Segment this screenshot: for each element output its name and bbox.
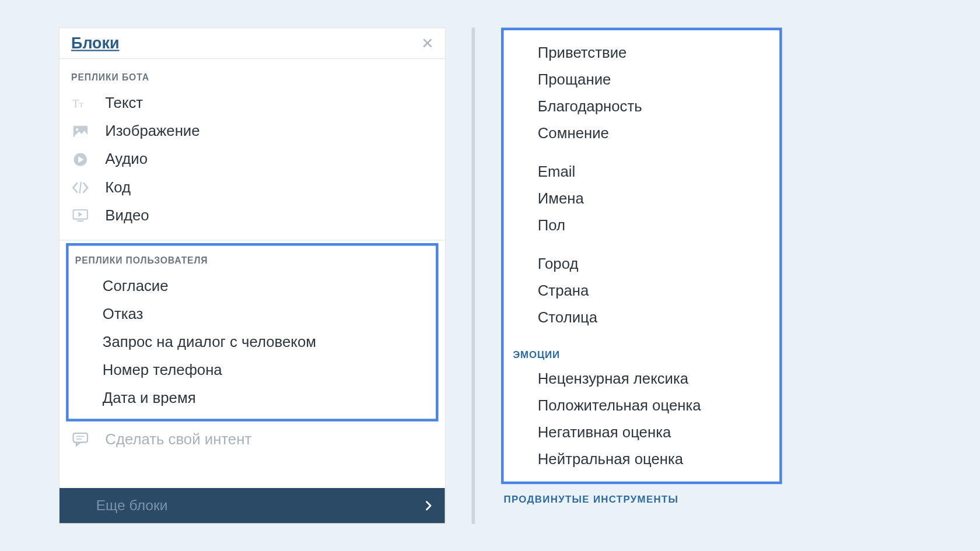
chevron-right-icon [425,500,432,511]
intent-group-personal: Email Имена Пол [513,158,770,238]
chat-plus-icon [71,431,89,447]
section-bot-replies: РЕПЛИКИ БОТА [60,59,445,89]
bot-item-label: Изображение [105,122,200,139]
intents-highlight: Приветствие Прощание Благодарность Сомне… [501,27,782,484]
image-icon [71,123,89,139]
bot-item-text[interactable]: TT Текст [66,89,438,117]
intent-neutral[interactable]: Нейтральная оценка [513,445,770,472]
intent-names[interactable]: Имена [513,185,770,212]
user-replies-list: Согласие Отказ Запрос на диалог с челове… [69,272,436,412]
text-icon: TT [71,95,89,111]
user-item-label: Согласие [103,277,169,294]
intent-email[interactable]: Email [513,158,770,185]
user-item-label: Номер телефона [103,361,222,378]
right-panel: Приветствие Прощание Благодарность Сомне… [501,27,782,524]
video-icon [71,207,89,223]
intent-group-geo: Город Страна Столица [513,250,770,331]
intent-gender[interactable]: Пол [513,212,770,238]
intent-positive[interactable]: Положительная оценка [513,392,770,419]
svg-rect-7 [73,433,88,442]
intent-negative[interactable]: Негативная оценка [513,419,770,445]
panel-title[interactable]: Блоки [71,34,119,52]
user-item-agree[interactable]: Согласие [71,272,433,300]
vertical-separator [472,27,475,524]
user-item-label: Запрос на диалог с человеком [103,333,316,350]
close-icon[interactable]: × [422,33,433,53]
intent-group-greetings: Приветствие Прощание Благодарность Сомне… [513,39,770,146]
user-item-phone[interactable]: Номер телефона [71,356,433,384]
bot-replies-list: TT Текст Изображение Аудио [60,89,445,240]
user-item-label: Дата и время [103,389,196,406]
audio-icon [71,151,89,167]
svg-rect-6 [77,220,83,221]
bot-item-code[interactable]: Код [66,173,438,201]
bot-item-label: Код [105,178,131,196]
more-blocks-label: Еще блоки [96,497,168,514]
user-item-human-dialog[interactable]: Запрос на диалог с человеком [71,328,433,356]
code-icon [71,179,89,195]
user-item-datetime[interactable]: Дата и время [71,384,433,412]
divider [60,240,445,240]
intent-doubt[interactable]: Сомнение [513,120,770,146]
bot-item-video[interactable]: Видео [66,201,438,229]
intent-group-emotions: Нецензурная лексика Положительная оценка… [513,365,770,472]
user-item-refuse[interactable]: Отказ [71,300,433,328]
blocks-panel: Блоки × РЕПЛИКИ БОТА TT Текст Изображени… [59,27,446,524]
section-emotions: ЭМОЦИИ [513,342,770,365]
svg-text:T: T [79,100,84,108]
bot-item-label: Видео [105,206,149,224]
intent-capital[interactable]: Столица [513,304,770,331]
user-replies-highlight: РЕПЛИКИ ПОЛЬЗОВАТЕЛЯ Согласие Отказ Запр… [66,243,438,422]
bot-item-audio[interactable]: Аудио [66,145,438,173]
section-user-replies: РЕПЛИКИ ПОЛЬЗОВАТЕЛЯ [69,245,436,272]
custom-intent-label: Сделать свой интент [105,430,251,448]
panel-header: Блоки × [60,28,445,59]
custom-intent-button[interactable]: Сделать свой интент [60,421,445,457]
svg-text:T: T [72,97,79,109]
intent-city[interactable]: Город [513,250,770,277]
bot-item-label: Текст [105,94,143,111]
more-blocks-button[interactable]: Еще блоки [60,488,445,523]
intent-greeting[interactable]: Приветствие [513,39,770,66]
intent-profanity[interactable]: Нецензурная лексика [513,365,770,392]
bot-item-label: Аудио [105,150,148,167]
bot-item-image[interactable]: Изображение [66,117,438,145]
intent-country[interactable]: Страна [513,277,770,304]
intent-thanks[interactable]: Благодарность [513,93,770,120]
intent-farewell[interactable]: Прощание [513,66,770,93]
section-advanced-tools[interactable]: ПРОДВИНУТЫЕ ИНСТРУМЕНТЫ [501,484,782,504]
user-item-label: Отказ [103,305,144,322]
